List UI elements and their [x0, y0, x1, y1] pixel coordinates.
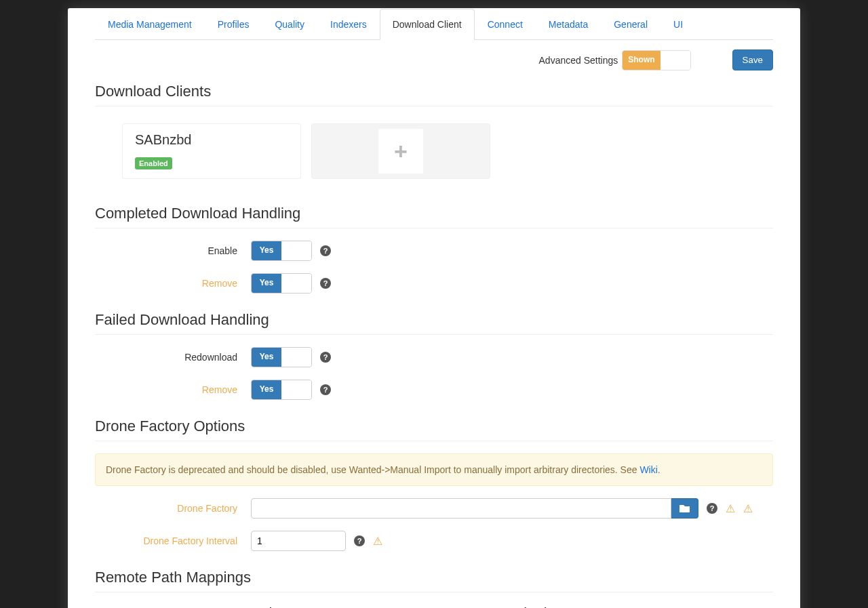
help-icon[interactable]: ?: [320, 245, 331, 256]
redownload-label: Redownload: [95, 352, 251, 363]
tab-ui[interactable]: UI: [660, 9, 696, 40]
drone-interval-input[interactable]: [251, 531, 346, 551]
row-remove-failed: Remove Yes ?: [95, 380, 773, 400]
row-remove-completed: Remove Yes ?: [95, 273, 773, 293]
toggle-yes: Yes: [252, 241, 281, 260]
row-drone-interval: Drone Factory Interval ? ⚠: [95, 531, 773, 551]
tab-indexers[interactable]: Indexers: [317, 9, 380, 40]
advanced-shown: Shown: [623, 51, 660, 70]
tab-quality[interactable]: Quality: [262, 9, 317, 40]
tab-connect[interactable]: Connect: [475, 9, 536, 40]
drone-deprecation-alert: Drone Factory is deprecated and should b…: [95, 453, 773, 486]
toggle-yes: Yes: [252, 348, 281, 367]
save-button[interactable]: Save: [732, 49, 773, 70]
tabs: Media Management Profiles Quality Indexe…: [95, 8, 773, 40]
folder-browse-button[interactable]: [671, 498, 698, 519]
toggle-yes: Yes: [252, 380, 281, 399]
remove-toggle[interactable]: Yes: [251, 273, 312, 293]
section-drone: Drone Factory Options: [95, 412, 773, 441]
row-redownload: Redownload Yes ?: [95, 347, 773, 367]
remove-failed-label: Remove: [95, 384, 251, 395]
drone-interval-label: Drone Factory Interval: [95, 535, 251, 546]
client-card-sabnzbd[interactable]: SABnzbd Enabled: [122, 123, 301, 179]
plus-icon: +: [394, 138, 408, 165]
section-download-clients: Download Clients: [95, 77, 773, 106]
tab-general[interactable]: General: [601, 9, 660, 40]
help-icon[interactable]: ?: [320, 352, 331, 363]
warning-icon: ⚠: [373, 535, 382, 548]
remove-label: Remove: [95, 278, 251, 289]
drone-factory-input[interactable]: [251, 498, 671, 519]
row-enable: Enable Yes ?: [95, 241, 773, 261]
alert-period: .: [658, 464, 660, 475]
remote-table-header: Host Remote Path Local Path: [95, 599, 773, 608]
row-drone-factory: Drone Factory ? ⚠ ⚠: [95, 498, 773, 519]
advanced-settings-toggle[interactable]: Shown: [622, 50, 690, 70]
folder-icon: [679, 504, 690, 513]
warning-icon: ⚠: [743, 502, 753, 515]
toggle-blank: [281, 241, 311, 260]
help-icon[interactable]: ?: [320, 384, 331, 395]
enable-toggle[interactable]: Yes: [251, 241, 312, 261]
tab-download-client[interactable]: Download Client: [380, 9, 475, 40]
help-icon[interactable]: ?: [707, 503, 717, 514]
section-remote: Remote Path Mappings: [95, 563, 773, 592]
section-completed: Completed Download Handling: [95, 199, 773, 228]
tab-media-management[interactable]: Media Management: [95, 9, 205, 40]
add-client-card[interactable]: +: [311, 123, 490, 179]
section-failed: Failed Download Handling: [95, 306, 773, 335]
toggle-blank: [281, 380, 311, 399]
top-bar: Advanced Settings Shown Save: [95, 49, 773, 70]
redownload-toggle[interactable]: Yes: [251, 347, 312, 367]
download-clients-list: SABnzbd Enabled +: [95, 106, 773, 192]
toggle-blank: [281, 348, 311, 367]
help-icon[interactable]: ?: [320, 278, 331, 289]
advanced-settings-label: Advanced Settings: [539, 55, 618, 66]
settings-window: Media Management Profiles Quality Indexe…: [68, 8, 800, 608]
alert-text: Drone Factory is deprecated and should b…: [106, 464, 639, 475]
status-badge: Enabled: [135, 157, 172, 169]
remove-failed-toggle[interactable]: Yes: [251, 380, 312, 400]
toggle-blank: [281, 274, 311, 293]
toggle-yes: Yes: [252, 274, 281, 293]
help-icon[interactable]: ?: [354, 535, 365, 546]
enable-label: Enable: [95, 245, 251, 256]
add-inner: +: [378, 129, 423, 174]
tab-metadata[interactable]: Metadata: [536, 9, 601, 40]
advanced-toggle-blank: [660, 51, 690, 70]
warning-icon: ⚠: [726, 502, 735, 515]
tab-profiles[interactable]: Profiles: [205, 9, 262, 40]
client-name: SABnzbd: [135, 132, 288, 148]
drone-factory-label: Drone Factory: [95, 503, 251, 514]
drone-path-input-group: [251, 498, 698, 519]
wiki-link[interactable]: Wiki: [639, 464, 657, 475]
